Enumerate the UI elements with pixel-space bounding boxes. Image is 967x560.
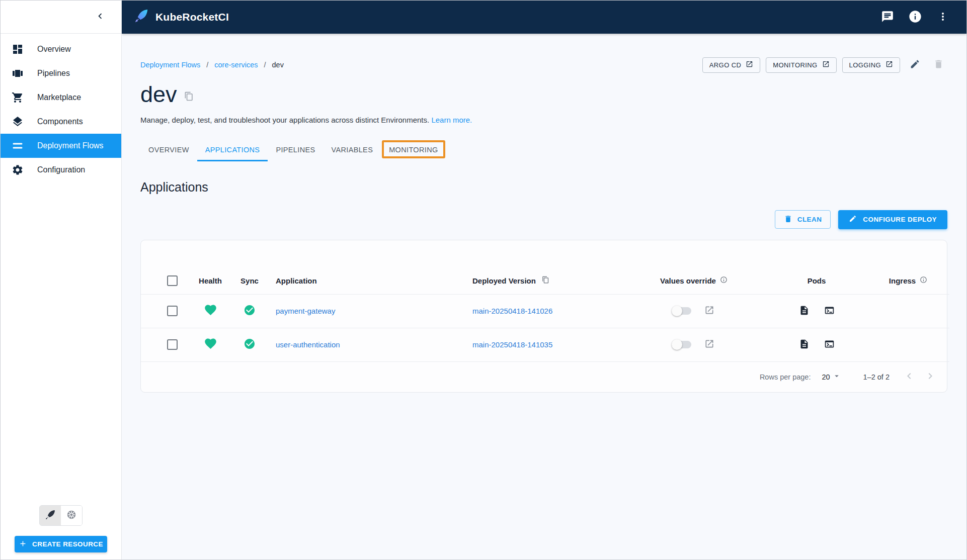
edit-environment-button[interactable]: [906, 56, 924, 74]
column-header-sync: Sync: [231, 268, 268, 295]
breadcrumb-separator: /: [264, 61, 266, 69]
sidebar-header: [1, 1, 121, 34]
next-page-button[interactable]: [922, 368, 939, 386]
dropdown-arrow-icon: [832, 371, 841, 382]
external-link-icon: [822, 60, 830, 69]
delete-environment-button[interactable]: [929, 56, 947, 74]
values-override-toggle[interactable]: [673, 341, 691, 348]
configure-deploy-button[interactable]: CONFIGURE DEPLOY: [838, 210, 947, 229]
applications-table-card: Health Sync Application Deployed Version: [140, 240, 947, 393]
sidebar-item-configuration[interactable]: Configuration: [1, 158, 121, 182]
health-status-cell: [189, 294, 231, 328]
breadcrumb: Deployment Flows / core-services / dev: [140, 61, 284, 69]
sidebar-item-pipelines[interactable]: Pipelines: [1, 61, 121, 85]
pagination-range: 1–2 of 2: [863, 373, 890, 381]
chevron-left-icon: [95, 11, 106, 23]
application-link[interactable]: user-authentication: [276, 340, 340, 349]
applications-table: Health Sync Application Deployed Version: [141, 268, 949, 362]
pod-terminal-button[interactable]: [823, 339, 835, 351]
dashboard-icon: [11, 43, 24, 56]
sidebar-item-overview[interactable]: Overview: [1, 37, 121, 61]
row-checkbox[interactable]: [167, 339, 178, 350]
argocd-button[interactable]: ARGO CD: [702, 57, 760, 73]
tab-bar: OVERVIEW APPLICATIONS PIPELINES VARIABLE…: [140, 139, 947, 161]
column-header-application: Application: [268, 268, 464, 295]
pencil-icon: [849, 215, 857, 224]
tab-monitoring-label: MONITORING: [389, 146, 438, 154]
health-status-cell: [189, 328, 231, 361]
breadcrumb-separator: /: [206, 61, 208, 69]
breadcrumb-deployment-flows[interactable]: Deployment Flows: [140, 61, 200, 69]
chevron-right-icon: [924, 370, 936, 384]
clean-button[interactable]: CLEAN: [775, 210, 831, 229]
plus-icon: [19, 539, 27, 549]
sync-status-cell: [231, 294, 268, 328]
sidebar: Overview Pipelines Marketplace Component…: [1, 1, 122, 559]
info-outline-icon: [920, 276, 927, 285]
tab-variables[interactable]: VARIABLES: [324, 139, 381, 161]
table-header-row: Health Sync Application Deployed Version: [141, 268, 949, 295]
sidebar-item-components[interactable]: Components: [1, 110, 121, 134]
check-circle-synced-icon: [244, 309, 256, 318]
open-values-button[interactable]: [703, 305, 715, 317]
pod-logs-button[interactable]: [798, 339, 810, 351]
create-resource-button[interactable]: CREATE RESOURCE: [15, 536, 107, 552]
application-link[interactable]: payment-gateway: [276, 307, 335, 315]
feedback-icon: [881, 10, 894, 25]
brand: KubeRocketCI: [134, 9, 229, 26]
open-values-button[interactable]: [703, 339, 715, 351]
sidebar-collapse-button[interactable]: [93, 10, 107, 24]
kubernetes-view-button[interactable]: [61, 506, 82, 525]
sidebar-item-label: Pipelines: [37, 69, 70, 78]
rows-per-page-select[interactable]: 20: [822, 371, 841, 382]
column-header-pods: Pods: [766, 268, 867, 295]
quick-links: ARGO CD MONITORING LOGGING: [702, 56, 947, 74]
app-bar: KubeRocketCI: [122, 1, 966, 34]
copy-title-button[interactable]: [184, 91, 194, 103]
tab-overview[interactable]: OVERVIEW: [140, 139, 197, 161]
external-link-icon: [704, 305, 714, 317]
sidebar-item-label: Deployment Flows: [37, 141, 104, 150]
argocd-label: ARGO CD: [709, 61, 741, 69]
sidebar-footer: CREATE RESOURCE: [1, 505, 121, 559]
column-header-values-override: Values override: [621, 268, 766, 295]
rocket-view-button[interactable]: [40, 506, 61, 525]
sidebar-item-deployment-flows[interactable]: Deployment Flows: [1, 134, 121, 158]
deployed-version-link[interactable]: main-20250418-141026: [472, 307, 552, 315]
more-menu-button[interactable]: [934, 9, 951, 26]
values-override-toggle[interactable]: [673, 307, 691, 315]
previous-page-button[interactable]: [901, 368, 918, 386]
external-link-icon: [746, 60, 753, 69]
learn-more-link[interactable]: Learn more.: [431, 116, 472, 124]
page-title: dev: [140, 82, 177, 107]
row-checkbox[interactable]: [167, 306, 178, 316]
monitoring-button[interactable]: MONITORING: [766, 57, 836, 73]
pencil-icon: [910, 59, 920, 71]
pod-terminal-button[interactable]: [823, 305, 835, 317]
table-pagination: Rows per page: 20 1–2 of 2: [141, 362, 947, 392]
tab-monitoring[interactable]: MONITORING: [381, 139, 446, 161]
logging-button[interactable]: LOGGING: [842, 57, 900, 73]
sidebar-item-label: Marketplace: [37, 93, 81, 102]
rocket-logo-icon: [134, 9, 149, 26]
sidebar-item-marketplace[interactable]: Marketplace: [1, 85, 121, 110]
layers-icon: [11, 115, 24, 128]
info-button[interactable]: [907, 9, 924, 26]
toggle-knob: [672, 339, 682, 350]
sync-status-cell: [231, 328, 268, 361]
feedback-button[interactable]: [879, 9, 896, 26]
tab-applications[interactable]: APPLICATIONS: [197, 139, 268, 161]
copy-icon: [184, 95, 194, 103]
info-outline-icon: [720, 276, 728, 285]
select-all-checkbox[interactable]: [167, 275, 178, 286]
pod-logs-button[interactable]: [798, 305, 810, 317]
deployed-version-link[interactable]: main-20250418-141035: [472, 340, 552, 349]
breadcrumb-core-services[interactable]: core-services: [214, 61, 258, 69]
trash-icon: [784, 215, 792, 225]
tab-pipelines[interactable]: PIPELINES: [268, 139, 323, 161]
copy-versions-button[interactable]: [542, 276, 549, 285]
sidebar-item-label: Components: [37, 117, 83, 126]
page-description: Manage, deploy, test, and troubleshoot y…: [140, 116, 947, 124]
clean-label: CLEAN: [797, 216, 822, 223]
app-window: Overview Pipelines Marketplace Component…: [0, 0, 967, 560]
